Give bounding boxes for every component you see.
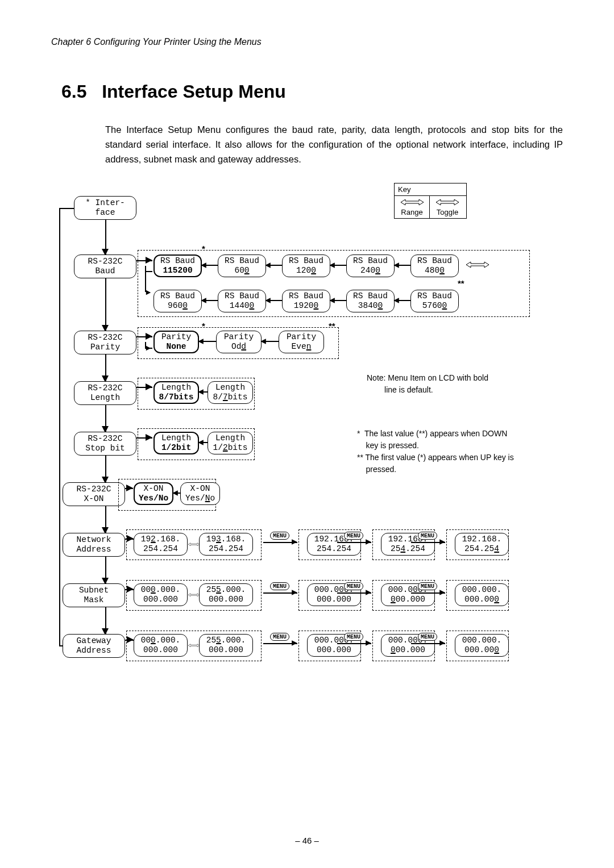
menu-badge-7-2: MENU bbox=[418, 633, 437, 641]
opt-1-2: ParityEven bbox=[279, 331, 324, 353]
arrow-right-icon bbox=[127, 586, 134, 592]
txt: Gateway bbox=[63, 636, 125, 646]
range-arrow-icon bbox=[188, 591, 200, 599]
menu-badge-6-0: MENU bbox=[270, 582, 289, 590]
arrow-left-icon bbox=[201, 262, 206, 268]
range-arrow-icon bbox=[188, 642, 200, 649]
row-head-gateway: Gateway Address bbox=[63, 634, 125, 658]
txt: Address bbox=[63, 646, 125, 656]
range-arrow-icon bbox=[188, 541, 200, 548]
baud-opt2-0: RS Baud9600 bbox=[154, 290, 202, 312]
txt: Mask bbox=[63, 595, 125, 605]
note-star2: ** The first value (*) appears when UP k… bbox=[357, 452, 539, 475]
ip-7-4: 000.000.000.000 bbox=[455, 634, 509, 657]
root-line2: face bbox=[74, 208, 136, 218]
opt-4-0: X-ONYes/No bbox=[134, 482, 173, 505]
txt: Baud bbox=[74, 266, 136, 276]
loop bbox=[59, 208, 60, 646]
page: Chapter 6 Configuring Your Printer Using… bbox=[0, 0, 614, 868]
arrow-right-icon bbox=[366, 640, 371, 646]
arrow-left-icon bbox=[260, 339, 266, 344]
txt: Parity bbox=[74, 343, 136, 352]
opt-4-1: X-ONYes/No bbox=[180, 482, 220, 505]
ip-5-1: 193.168.254.254 bbox=[199, 533, 253, 556]
opt-3-1: Length1/2bits bbox=[208, 432, 253, 454]
txt: Network bbox=[63, 535, 125, 545]
txt: X-ON bbox=[63, 494, 125, 504]
txt: Subnet bbox=[63, 586, 125, 595]
arrow-left-icon bbox=[265, 262, 271, 268]
intro-paragraph: The Interface Setup Menu configures the … bbox=[105, 122, 563, 166]
arrow-right-icon bbox=[127, 636, 134, 643]
ip-7-0: 000.000.000.000 bbox=[134, 634, 188, 657]
row-head-stopbit: RS-232C Stop bit bbox=[74, 432, 136, 456]
root-block: * Inter- face bbox=[74, 196, 136, 220]
opt-2-1: Length8/7bits bbox=[208, 381, 253, 404]
menu-diagram: * Inter- face RS-232C Baud * ** RS Baud1… bbox=[51, 182, 563, 676]
svg-marker-2 bbox=[188, 543, 200, 546]
row-head-network: Network Address bbox=[63, 533, 125, 557]
txt: RS-232C bbox=[74, 434, 136, 444]
txt: Stop bit bbox=[74, 444, 136, 453]
svg-marker-4 bbox=[188, 644, 200, 647]
arrow-left-icon bbox=[265, 298, 271, 303]
arrow-left-icon bbox=[172, 490, 178, 496]
txt: RS-232C bbox=[74, 257, 136, 266]
txt: RS-232C bbox=[74, 383, 136, 393]
star: * bbox=[202, 244, 205, 253]
arrow-left-icon bbox=[198, 389, 204, 395]
loop-baud bbox=[145, 266, 146, 292]
row-head-baud: RS-232C Baud bbox=[74, 254, 136, 278]
baud-opt-3: RS Baud2400 bbox=[346, 254, 395, 277]
section-heading: Interface Setup Menu bbox=[102, 81, 286, 102]
note-bold: Note: Menu Item on LCD with bold line is… bbox=[367, 372, 515, 396]
page-number: – 46 – bbox=[0, 836, 614, 845]
menu-badge-5-2: MENU bbox=[418, 532, 437, 540]
arrow-left-icon bbox=[393, 298, 399, 303]
txt: Length bbox=[74, 393, 136, 403]
arrow-right-icon bbox=[439, 539, 445, 545]
svg-marker-3 bbox=[188, 594, 200, 596]
ip-6-4: 000.000.000.000 bbox=[455, 583, 509, 606]
arrow-right-icon bbox=[146, 290, 151, 295]
menu-badge-6-1: MENU bbox=[344, 582, 363, 590]
arrow-right-icon bbox=[292, 539, 297, 545]
arrow-left-icon bbox=[329, 262, 335, 268]
ip-6-0: 000.000.000.000 bbox=[134, 583, 188, 606]
chapter-header: Chapter 6 Configuring Your Printer Using… bbox=[51, 37, 563, 47]
note-star1: * The last value (**) appears when DOWN … bbox=[357, 428, 533, 452]
arrow-right-icon bbox=[292, 590, 297, 595]
opt-1-0: ParityNone bbox=[154, 331, 199, 353]
arrow-left-icon bbox=[329, 298, 335, 303]
baud-opt2-1: RS Baud14400 bbox=[218, 290, 266, 312]
ip-7-1: 255.000.000.000 bbox=[199, 634, 253, 657]
baud-opt-4: RS Baud4800 bbox=[410, 254, 459, 277]
opt-2-0: Length8/7bits bbox=[154, 381, 199, 404]
baud-opt2-4: RS Baud57600 bbox=[410, 290, 459, 312]
loop bbox=[59, 208, 74, 209]
star2: ** bbox=[329, 321, 335, 331]
arrow-right-icon bbox=[366, 590, 371, 595]
row-head-xon: RS-232C X-ON bbox=[63, 482, 125, 506]
ip-5-0: 192.168.254.254 bbox=[134, 533, 188, 556]
root-line1: * Inter- bbox=[74, 198, 136, 208]
range-arrow-icon bbox=[466, 261, 489, 269]
star2: ** bbox=[458, 278, 464, 288]
menu-badge-5-0: MENU bbox=[270, 532, 289, 540]
arrow-right-icon bbox=[439, 590, 445, 595]
section-title: 6.5 Interface Setup Menu bbox=[61, 81, 563, 102]
arrow-left-icon bbox=[198, 339, 204, 344]
section-number: 6.5 bbox=[61, 81, 86, 102]
arrow-right-icon bbox=[146, 346, 151, 350]
menu-badge-7-1: MENU bbox=[344, 633, 363, 641]
loop-baud bbox=[145, 271, 152, 272]
opt-3-0: Length1/2bit bbox=[154, 432, 199, 454]
svg-marker-5 bbox=[466, 262, 489, 268]
baud-opt-1: RS Baud600 bbox=[218, 254, 266, 277]
arrow-right-icon bbox=[366, 539, 371, 545]
row-head-subnet: Subnet Mask bbox=[63, 583, 125, 607]
baud-opt-0: RS Baud115200 bbox=[154, 254, 202, 277]
arrow-right-icon bbox=[439, 640, 445, 646]
opt-1-1: ParityOdd bbox=[216, 331, 262, 353]
loop bbox=[59, 645, 63, 646]
